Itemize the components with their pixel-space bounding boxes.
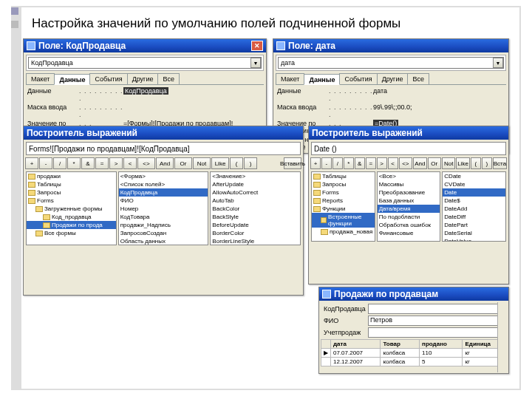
operator-button[interactable]: ) bbox=[244, 157, 257, 169]
operator-button[interactable]: Not bbox=[442, 157, 455, 169]
list-item[interactable]: DateValue bbox=[443, 237, 505, 242]
property-row[interactable]: Данные. . . . . . . . . .дата bbox=[276, 86, 506, 103]
titlebar[interactable]: Поле: КодПродавца ✕ bbox=[24, 39, 266, 52]
form-input[interactable]: Петров bbox=[368, 316, 504, 326]
tree-item[interactable]: Запросы bbox=[27, 188, 116, 197]
operator-button[interactable]: And bbox=[156, 157, 174, 169]
operator-button[interactable]: < bbox=[388, 157, 398, 169]
form-input[interactable] bbox=[368, 304, 504, 314]
tab-Другие[interactable]: Другие bbox=[377, 73, 409, 84]
operator-button[interactable]: * bbox=[67, 157, 81, 169]
list-item[interactable]: BackStyle bbox=[211, 213, 300, 221]
paste-button[interactable]: Вставить bbox=[284, 157, 301, 169]
list-item[interactable]: Обработка ошибок bbox=[378, 221, 440, 229]
tree-item[interactable]: продажи bbox=[27, 172, 116, 180]
operator-button[interactable]: Or bbox=[428, 157, 441, 169]
tab-Все[interactable]: Все bbox=[157, 73, 180, 84]
titlebar[interactable]: Построитель выражений bbox=[309, 126, 508, 140]
list-item[interactable]: <Список полей> bbox=[119, 180, 208, 188]
list-item[interactable]: CVDate bbox=[443, 180, 505, 188]
list-item[interactable]: Преобразование bbox=[378, 188, 440, 197]
table-row[interactable]: 12.12.2007колбаса5кг bbox=[321, 358, 507, 366]
tree-item[interactable]: Продажи по прода bbox=[27, 221, 116, 229]
operator-button[interactable]: <> bbox=[137, 157, 155, 169]
column-header[interactable]: Товар bbox=[381, 340, 420, 349]
list-item[interactable]: AfterUpdate bbox=[211, 180, 300, 188]
operator-button[interactable]: And bbox=[413, 157, 426, 169]
list-item[interactable]: ЗапросовСоздан bbox=[119, 229, 208, 237]
tree-item[interactable]: Таблицы bbox=[312, 172, 375, 180]
operator-button[interactable]: Not bbox=[193, 157, 211, 169]
operator-button[interactable]: * bbox=[344, 157, 354, 169]
category-tree[interactable]: продажиТаблицыЗапросыFormsЗагруженные фо… bbox=[26, 171, 117, 245]
list-item[interactable]: CDate bbox=[443, 172, 505, 180]
property-list[interactable]: <Значение>AfterUpdateAllowAutoCorrectAut… bbox=[210, 171, 301, 245]
operator-button[interactable]: & bbox=[355, 157, 365, 169]
operator-button[interactable]: = bbox=[366, 157, 376, 169]
list-item[interactable]: DatePart bbox=[443, 221, 505, 229]
operator-button[interactable]: ) bbox=[482, 157, 492, 169]
operator-button[interactable]: - bbox=[321, 157, 332, 169]
tree-item[interactable]: Функции bbox=[312, 205, 375, 213]
tree-item[interactable]: Forms bbox=[312, 188, 375, 197]
list-item[interactable]: КодТовара bbox=[119, 213, 208, 221]
property-row[interactable]: Маска ввода. . . . . . . . . . bbox=[26, 103, 264, 119]
operator-button[interactable]: = bbox=[95, 157, 109, 169]
tree-item[interactable]: Все формы bbox=[27, 229, 116, 237]
list-item[interactable]: КодПродавца bbox=[119, 188, 208, 197]
operator-button[interactable]: > bbox=[109, 157, 123, 169]
tree-item[interactable]: Запросы bbox=[312, 180, 375, 188]
operator-button[interactable]: + bbox=[25, 157, 38, 169]
value-list[interactable]: CDateCVDateDateDate$DateAddDateDiffDateP… bbox=[442, 171, 506, 242]
list-item[interactable]: продажи_Надпись bbox=[119, 221, 208, 229]
tree-item[interactable]: Встроенные функции bbox=[312, 213, 375, 228]
list-item[interactable]: Date$ bbox=[443, 197, 505, 205]
field-name-input[interactable]: дата ▼ bbox=[278, 57, 504, 69]
list-item[interactable]: BorderColor bbox=[211, 229, 300, 237]
tab-Макет[interactable]: Макет bbox=[26, 73, 55, 84]
list-item[interactable]: Область данных bbox=[119, 237, 208, 245]
tree-item[interactable]: Загруженные формы bbox=[27, 205, 116, 213]
list-item[interactable]: Дата/время bbox=[378, 205, 440, 213]
list-item[interactable]: ФИО bbox=[119, 197, 208, 205]
list-item[interactable]: Финансовые bbox=[378, 229, 440, 237]
scrollbar[interactable] bbox=[497, 302, 508, 372]
tree-item[interactable]: Таблицы bbox=[27, 180, 116, 188]
titlebar[interactable]: Продажи по продавцам bbox=[319, 287, 508, 301]
operator-button[interactable]: ( bbox=[471, 157, 481, 169]
operator-button[interactable]: / bbox=[53, 157, 66, 169]
field-list[interactable]: <Форма><Список полей>КодПродавцаФИОНомер… bbox=[118, 171, 209, 245]
operator-button[interactable]: Like bbox=[211, 157, 229, 169]
operator-button[interactable]: + bbox=[310, 157, 321, 169]
tab-Макет[interactable]: Макет bbox=[276, 73, 304, 84]
close-icon[interactable]: ✕ bbox=[251, 41, 263, 51]
operator-button[interactable]: < bbox=[123, 157, 137, 169]
operator-button[interactable]: / bbox=[332, 157, 343, 169]
tab-Данные[interactable]: Данные bbox=[54, 74, 90, 85]
tab-Другие[interactable]: Другие bbox=[127, 73, 159, 84]
expression-input[interactable]: Forms![Продажи по продавцам]![КодПродавц… bbox=[26, 142, 301, 155]
tab-Данные[interactable]: Данные bbox=[304, 74, 340, 85]
list-item[interactable]: База данных bbox=[378, 197, 440, 205]
operator-button[interactable]: Like bbox=[456, 157, 469, 169]
column-header[interactable]: продано bbox=[420, 340, 463, 349]
list-item[interactable]: DateSerial bbox=[443, 229, 505, 237]
tree-item[interactable]: Forms bbox=[27, 197, 116, 205]
operator-button[interactable]: ( bbox=[230, 157, 243, 169]
form-input[interactable] bbox=[368, 327, 504, 338]
tree-item[interactable]: Reports bbox=[312, 197, 375, 205]
list-item[interactable]: BackColor bbox=[211, 205, 300, 213]
tree-item[interactable]: продажа_новая bbox=[312, 228, 375, 236]
list-item[interactable]: Массивы bbox=[378, 180, 440, 188]
list-item[interactable]: <Значение> bbox=[211, 172, 300, 180]
sales-table[interactable]: датаТоварпроданоЕдиница ▶07.07.2007колба… bbox=[321, 339, 507, 366]
paste-button[interactable]: Вста bbox=[493, 157, 507, 169]
list-item[interactable]: DateAdd bbox=[443, 205, 505, 213]
tab-Все[interactable]: Все bbox=[407, 73, 429, 84]
list-item[interactable]: Date bbox=[443, 188, 505, 197]
expression-input[interactable]: Date () bbox=[311, 142, 506, 155]
operator-button[interactable]: - bbox=[39, 157, 52, 169]
property-row[interactable]: Маска ввода. . . . . . . . . .99\.99\;;0… bbox=[276, 103, 506, 119]
operator-button[interactable]: Or bbox=[174, 157, 192, 169]
field-name-input[interactable]: КодПродавца ▼ bbox=[28, 57, 262, 69]
